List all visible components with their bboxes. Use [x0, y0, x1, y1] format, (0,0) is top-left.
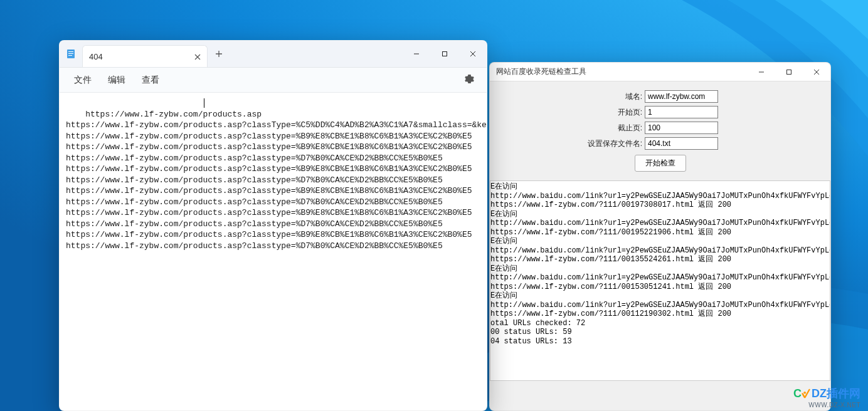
menu-edit[interactable]: 编辑: [100, 71, 134, 89]
maximize-button[interactable]: [430, 41, 458, 67]
text-cursor: [204, 98, 204, 108]
minimize-icon: [413, 51, 420, 57]
domain-input[interactable]: [645, 90, 718, 103]
tool-titlebar[interactable]: 网站百度收录死链检查工具: [490, 63, 830, 81]
end-page-input[interactable]: [645, 122, 718, 134]
minimize-icon: [758, 69, 765, 75]
tool-title: 网站百度收录死链检查工具: [496, 66, 748, 77]
savefile-label: 设置保存文件名:: [502, 138, 645, 149]
domain-label: 域名:: [502, 91, 645, 102]
gear-icon: [465, 75, 474, 84]
minimize-button[interactable]: [402, 41, 430, 67]
notepad-window: 404 文件 编辑 查看 https://: [59, 40, 487, 411]
maximize-button[interactable]: [775, 63, 803, 81]
close-icon: [470, 51, 476, 57]
close-icon: [194, 54, 201, 60]
savefile-input[interactable]: [645, 137, 718, 150]
settings-button[interactable]: [458, 71, 480, 89]
minimize-button[interactable]: [748, 63, 775, 81]
watermark-url: WWW.DZ-X.NET: [808, 402, 860, 408]
maximize-icon: [786, 69, 792, 75]
notepad-tab[interactable]: 404: [82, 45, 208, 67]
new-tab-button[interactable]: [208, 41, 230, 67]
svg-rect-14: [442, 52, 447, 56]
watermark-logo: C୰DZ插件网: [793, 385, 860, 402]
maximize-icon: [442, 51, 448, 57]
svg-rect-6: [68, 51, 73, 52]
svg-rect-8: [68, 55, 72, 56]
close-button[interactable]: [458, 41, 487, 67]
tool-form: 域名: 开始页: 截止页: 设置保存文件名: 开始检查: [490, 81, 830, 180]
tool-log-output[interactable]: E在访问 http://www.baidu.com/link?url=y2Pew…: [490, 180, 830, 381]
notepad-titlebar[interactable]: 404: [60, 41, 487, 68]
close-icon: [813, 69, 820, 75]
start-page-input[interactable]: [645, 106, 718, 118]
deadlink-checker-window: 网站百度收录死链检查工具 域名: 开始页: 截止页: 设置保存文件名: 开始检查: [489, 62, 831, 411]
watermark: C୰DZ插件网 WWW.DZ-X.NET: [793, 385, 860, 408]
svg-rect-2: [787, 70, 791, 74]
notepad-menubar: 文件 编辑 查看: [60, 68, 487, 93]
start-check-button[interactable]: 开始检查: [635, 155, 686, 172]
notepad-content-text: https://www.lf-zybw.com/products.asp htt…: [66, 110, 487, 251]
menu-view[interactable]: 查看: [134, 71, 167, 89]
notepad-app-icon: [60, 41, 82, 67]
tab-close-button[interactable]: [194, 51, 201, 62]
svg-rect-7: [68, 53, 73, 54]
end-page-label: 截止页:: [502, 123, 645, 133]
notepad-text-area[interactable]: https://www.lf-zybw.com/products.asp htt…: [60, 93, 487, 278]
notepad-tab-title: 404: [89, 52, 194, 61]
start-page-label: 开始页:: [502, 107, 645, 118]
menu-file[interactable]: 文件: [66, 71, 100, 89]
close-button[interactable]: [803, 63, 830, 81]
plus-icon: [215, 50, 223, 58]
